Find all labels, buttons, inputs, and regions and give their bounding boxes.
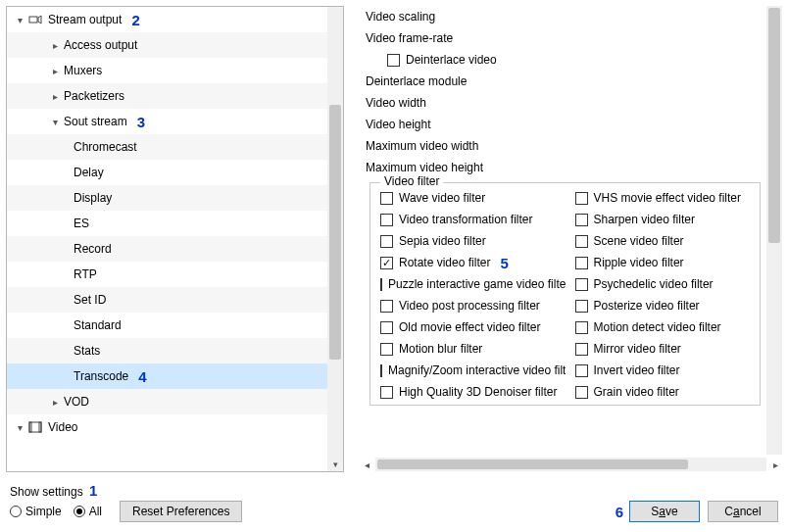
right-horizontal-scrollbar[interactable]: ◂ ▸ (360, 457, 782, 472)
filter-checkbox-row[interactable]: Motion blur filter (370, 338, 566, 360)
setting-deinterlace-video[interactable]: Deinterlace video (360, 49, 766, 71)
filter-label: Scene video filter (594, 234, 684, 248)
tree-item-label: Sout stream (64, 115, 127, 128)
filter-checkbox-row[interactable]: Video post processing filter (370, 295, 566, 316)
radio-simple-label[interactable]: Simple (25, 505, 62, 518)
filter-checkbox-row[interactable]: Old movie effect video filter (370, 316, 566, 338)
tree-item-label: Muxers (64, 64, 102, 77)
tree-standard[interactable]: Standard (7, 313, 327, 338)
checkbox-unchecked[interactable] (380, 300, 393, 313)
radio-all[interactable] (74, 506, 85, 517)
filter-checkbox-row[interactable]: Scene video filter (566, 230, 761, 252)
tree-chromecast[interactable]: Chromecast (7, 134, 327, 160)
settings-tree[interactable]: ▾ Stream output 2 ▸ Access output ▸ Muxe… (7, 7, 327, 471)
filter-checkbox-row[interactable]: Motion detect video filter (566, 316, 761, 338)
filter-checkbox-row[interactable]: Sharpen video filter (566, 209, 761, 230)
scrollbar-thumb[interactable] (329, 105, 341, 360)
checkbox-unchecked[interactable] (575, 257, 588, 269)
chevron-right-icon[interactable]: ▸ (768, 458, 782, 471)
reset-preferences-button[interactable]: Reset Preferences (120, 501, 242, 522)
setting-video-framerate: Video frame-rate (360, 27, 766, 49)
annotation-marker: 2 (131, 12, 139, 28)
chevron-down-icon[interactable]: ▾ (48, 117, 62, 127)
tree-muxers[interactable]: ▸ Muxers (7, 58, 327, 83)
right-settings-panel: Video scaling Video frame-rate Deinterla… (344, 6, 782, 472)
save-button[interactable]: Save (629, 501, 700, 522)
filter-checkbox-row[interactable]: Puzzle interactive game video filter (370, 273, 566, 295)
footer-bar: Show settings 1 Simple All Reset Prefere… (0, 472, 788, 532)
tree-record[interactable]: Record (7, 236, 327, 262)
filter-checkbox-row[interactable]: VHS movie effect video filter (566, 187, 761, 209)
checkbox-unchecked[interactable] (575, 343, 588, 356)
checkbox-unchecked[interactable] (575, 300, 588, 313)
chevron-right-icon[interactable]: ▸ (48, 91, 62, 102)
chevron-right-icon[interactable]: ▸ (48, 397, 62, 408)
checkbox-unchecked[interactable] (380, 343, 393, 356)
chevron-right-icon[interactable]: ▸ (48, 40, 62, 51)
filter-checkbox-row[interactable]: Video transformation filter (370, 209, 566, 230)
checkbox-unchecked[interactable] (575, 235, 588, 248)
tree-rtp[interactable]: RTP (7, 262, 327, 287)
scrollbar-track[interactable] (375, 458, 766, 471)
tree-access-output[interactable]: ▸ Access output (7, 32, 327, 58)
tree-item-label: Display (74, 191, 112, 205)
filter-checkbox-row[interactable]: Grain video filter (566, 381, 761, 403)
stream-output-icon (28, 13, 42, 26)
tree-es[interactable]: ES (7, 211, 327, 236)
checkbox-unchecked[interactable] (380, 321, 393, 334)
tree-item-label: VOD (64, 395, 89, 409)
filter-checkbox-row[interactable]: Wave video filter (370, 187, 566, 209)
checkbox-unchecked[interactable] (380, 192, 393, 205)
filter-checkbox-row[interactable]: Sepia video filter (370, 230, 566, 252)
filter-checkbox-row[interactable]: Psychedelic video filter (566, 273, 761, 295)
tree-transcode[interactable]: Transcode 4 (7, 363, 327, 389)
chevron-down-icon[interactable]: ▾ (327, 459, 343, 469)
checkbox-unchecked[interactable] (575, 386, 588, 399)
checkbox-checked[interactable]: ✓ (380, 257, 393, 269)
checkbox-unchecked[interactable] (575, 321, 588, 334)
checkbox-unchecked[interactable] (380, 235, 393, 248)
tree-packetizers[interactable]: ▸ Packetizers (7, 83, 327, 109)
tree-video[interactable]: ▾ Video (7, 414, 327, 440)
scrollbar-thumb[interactable] (377, 459, 688, 469)
checkbox-unchecked[interactable] (380, 364, 382, 377)
checkbox-unchecked[interactable] (380, 278, 382, 291)
filter-checkbox-row[interactable]: Posterize video filter (566, 295, 761, 316)
tree-item-label: RTP (74, 267, 97, 281)
scrollbar-thumb[interactable] (768, 8, 780, 243)
filter-checkbox-row[interactable]: Invert video filter (566, 360, 761, 381)
checkbox-unchecked[interactable] (380, 386, 393, 399)
tree-stream-output[interactable]: ▾ Stream output 2 (7, 7, 327, 32)
chevron-down-icon[interactable]: ▾ (13, 422, 26, 433)
tree-item-label: Record (74, 242, 112, 256)
right-vertical-scrollbar[interactable] (766, 6, 782, 455)
checkbox-unchecked[interactable] (575, 214, 588, 226)
tree-set-id[interactable]: Set ID (7, 287, 327, 313)
chevron-right-icon[interactable]: ▸ (48, 66, 62, 76)
tree-delay[interactable]: Delay (7, 160, 327, 185)
checkbox-unchecked[interactable] (387, 54, 400, 67)
chevron-left-icon[interactable]: ◂ (360, 458, 373, 471)
checkbox-unchecked[interactable] (575, 278, 588, 291)
tree-item-label: Standard (74, 318, 122, 332)
tree-vod[interactable]: ▸ VOD (7, 389, 327, 414)
checkbox-unchecked[interactable] (575, 192, 588, 205)
checkbox-unchecked[interactable] (575, 364, 588, 377)
filter-checkbox-row[interactable]: High Quality 3D Denoiser filter (370, 381, 566, 403)
filter-label: VHS movie effect video filter (594, 191, 742, 205)
radio-all-label[interactable]: All (89, 505, 102, 518)
tree-stats[interactable]: Stats (7, 338, 327, 363)
tree-display[interactable]: Display (7, 185, 327, 211)
chevron-down-icon[interactable]: ▾ (13, 15, 26, 25)
filter-checkbox-row[interactable]: ✓Rotate video filter5 (370, 252, 566, 273)
cancel-button[interactable]: Cancel (708, 501, 778, 522)
filter-checkbox-row[interactable]: Magnify/Zoom interactive video filter (370, 360, 566, 381)
tree-sout-stream[interactable]: ▾ Sout stream 3 (7, 109, 327, 134)
checkbox-unchecked[interactable] (380, 214, 393, 226)
radio-simple[interactable] (10, 506, 22, 517)
tree-vertical-scrollbar[interactable]: ▾ (327, 7, 343, 471)
filter-label: Wave video filter (399, 191, 485, 205)
filter-checkbox-row[interactable]: Ripple video filter (566, 252, 761, 273)
filter-label: Motion blur filter (399, 342, 482, 356)
filter-checkbox-row[interactable]: Mirror video filter (566, 338, 761, 360)
